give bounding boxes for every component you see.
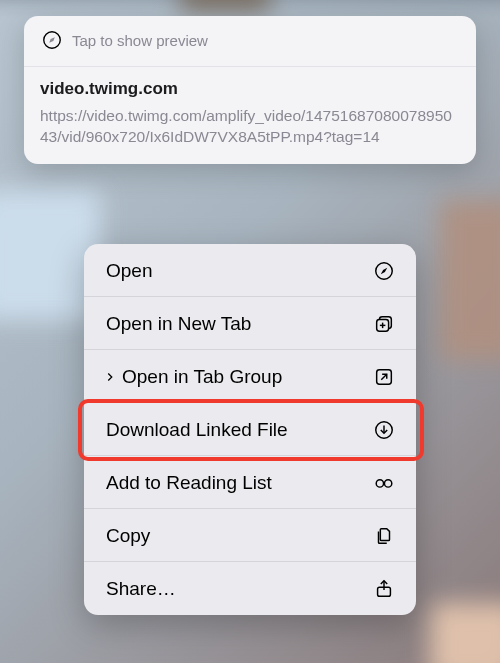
share-icon (372, 577, 396, 601)
link-preview-card[interactable]: Tap to show preview video.twimg.com http… (24, 16, 476, 164)
menu-item-open[interactable]: Open (84, 244, 416, 297)
menu-item-share[interactable]: Share… (84, 562, 416, 615)
safari-icon (372, 259, 396, 283)
menu-label: Open in Tab Group (122, 366, 372, 388)
menu-label: Open (106, 260, 372, 282)
copy-icon (372, 524, 396, 548)
menu-item-download-linked-file[interactable]: Download Linked File (84, 403, 416, 456)
svg-point-13 (384, 479, 391, 486)
compass-icon (40, 28, 64, 52)
download-icon (372, 418, 396, 442)
menu-label: Share… (106, 578, 372, 600)
svg-marker-3 (381, 267, 387, 273)
open-external-icon (372, 365, 396, 389)
preview-domain: video.twimg.com (40, 79, 460, 99)
menu-label: Add to Reading List (106, 472, 372, 494)
chevron-right-icon (100, 370, 120, 384)
preview-hint-text: Tap to show preview (72, 32, 208, 49)
context-menu: Open Open in New Tab Open in Tab Group D… (84, 244, 416, 615)
svg-marker-1 (49, 37, 55, 43)
menu-item-add-reading-list[interactable]: Add to Reading List (84, 456, 416, 509)
preview-body: video.twimg.com https://video.twimg.com/… (24, 67, 476, 164)
menu-label: Copy (106, 525, 372, 547)
preview-hint-row[interactable]: Tap to show preview (24, 16, 476, 67)
menu-label: Download Linked File (106, 419, 372, 441)
new-tab-icon (372, 312, 396, 336)
svg-line-9 (381, 374, 387, 380)
preview-url: https://video.twimg.com/amplify_video/14… (40, 105, 460, 148)
menu-item-copy[interactable]: Copy (84, 509, 416, 562)
glasses-icon (372, 471, 396, 495)
svg-point-12 (376, 479, 383, 486)
menu-label: Open in New Tab (106, 313, 372, 335)
menu-item-open-new-tab[interactable]: Open in New Tab (84, 297, 416, 350)
menu-item-open-tab-group[interactable]: Open in Tab Group (84, 350, 416, 403)
